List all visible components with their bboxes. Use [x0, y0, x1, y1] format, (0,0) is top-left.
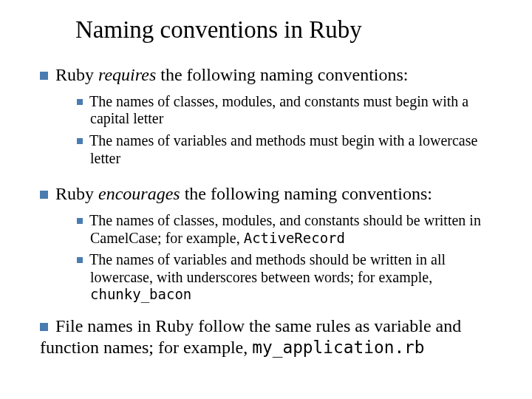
bullet-item-1: Ruby requires the following naming conve…: [40, 64, 508, 86]
square-bullet-icon: [77, 99, 83, 105]
square-bullet-icon: [40, 323, 48, 331]
sub-bullet-item: The names of variables and methods shoul…: [77, 251, 508, 304]
sub-bullet-item: The names of classes, modules, and const…: [77, 93, 508, 128]
square-bullet-icon: [77, 218, 83, 224]
bullet-item-3: File names in Ruby follow the same rules…: [40, 316, 508, 358]
code-text: my_application.rb: [252, 338, 424, 357]
square-bullet-icon: [40, 191, 48, 199]
square-bullet-icon: [40, 72, 48, 80]
text-lead: Ruby: [55, 65, 98, 84]
code-text: ActiveRecord: [244, 230, 345, 246]
bullet-item-2: Ruby encourages the following naming con…: [40, 183, 508, 205]
sub-text: The names of variables and methods must …: [89, 132, 477, 166]
code-text: chunky_bacon: [90, 286, 191, 302]
square-bullet-icon: [77, 257, 83, 263]
text-lead: Ruby: [55, 184, 98, 203]
text-tail: the following naming conventions:: [180, 184, 432, 203]
text-emph: encourages: [98, 184, 180, 203]
slide-title: Naming conventions in Ruby: [24, 16, 508, 44]
square-bullet-icon: [77, 138, 83, 144]
sub-text: The names of classes, modules, and const…: [89, 93, 468, 127]
sub-bullet-item: The names of variables and methods must …: [77, 132, 508, 167]
sub-bullet-item: The names of classes, modules, and const…: [77, 212, 508, 247]
text-tail: the following naming conventions:: [156, 65, 408, 84]
sub-text-pre: The names of variables and methods shoul…: [89, 251, 446, 285]
text-emph: requires: [98, 65, 156, 84]
